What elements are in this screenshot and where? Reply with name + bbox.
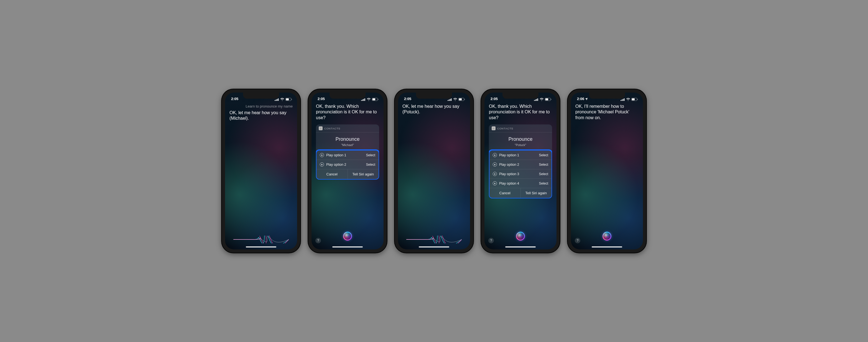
- home-indicator[interactable]: [246, 246, 276, 248]
- notch: [330, 93, 366, 99]
- contacts-app-icon: ☺: [492, 126, 496, 130]
- status-time: 2:06: [577, 97, 584, 101]
- highlighted-options: Play option 1SelectPlay option 2SelectPl…: [489, 149, 552, 198]
- wifi-icon: [626, 98, 630, 101]
- svg-rect-33: [632, 98, 634, 100]
- battery-icon: [631, 98, 638, 101]
- bottom-area: [398, 226, 470, 249]
- select-button[interactable]: Select: [539, 153, 548, 157]
- contacts-app-icon: ☺: [319, 126, 322, 130]
- svg-rect-13: [378, 99, 379, 100]
- screen: 2:06➤OK, I'll remember how to pronounce …: [571, 93, 643, 249]
- battery-icon: [285, 98, 292, 101]
- notch: [243, 93, 279, 99]
- svg-rect-10: [365, 98, 365, 101]
- svg-rect-2: [277, 99, 278, 101]
- pronunciation-option-row[interactable]: Play option 2Select: [489, 160, 552, 169]
- home-indicator[interactable]: [505, 246, 536, 248]
- location-arrow-icon: ➤: [585, 97, 589, 101]
- cancel-button[interactable]: Cancel: [316, 169, 348, 179]
- select-button[interactable]: Select: [539, 163, 548, 166]
- option-label: Play option 2: [326, 163, 364, 166]
- play-icon[interactable]: [493, 172, 497, 176]
- pronunciation-option-row[interactable]: Play option 3Select: [489, 169, 552, 179]
- battery-icon: [545, 98, 552, 101]
- siri-response-text: OK, thank you. Which pronunciation is it…: [316, 104, 379, 121]
- svg-rect-5: [286, 98, 289, 100]
- phone-frame: 2:05OK, thank you. Which pronunciation i…: [308, 89, 387, 253]
- pronunciation-option-row[interactable]: Play option 2Select: [316, 160, 379, 169]
- card-button-row: CancelTell Siri again: [489, 188, 552, 198]
- svg-rect-20: [464, 99, 465, 100]
- select-button[interactable]: Select: [366, 153, 375, 157]
- svg-rect-30: [623, 99, 624, 101]
- wifi-icon: [280, 98, 284, 101]
- home-indicator[interactable]: [419, 246, 449, 248]
- svg-rect-24: [537, 98, 538, 101]
- play-icon[interactable]: [493, 162, 497, 166]
- content-area: Learn to pronounce my nameOK, let me hea…: [225, 101, 297, 226]
- notch: [589, 93, 625, 99]
- svg-rect-27: [551, 99, 552, 100]
- svg-rect-3: [278, 98, 279, 101]
- help-button[interactable]: ?: [315, 238, 321, 243]
- status-time: 2:05: [231, 97, 238, 101]
- svg-rect-6: [291, 99, 292, 100]
- play-icon[interactable]: [320, 162, 324, 166]
- highlighted-options: Play option 1SelectPlay option 2SelectCa…: [316, 149, 379, 180]
- siri-orb-icon[interactable]: [516, 232, 525, 241]
- phone-frame: 2:05OK, let me hear how you say (Potuck)…: [395, 89, 473, 253]
- tell-siri-again-button[interactable]: Tell Siri again: [348, 169, 379, 179]
- tell-siri-again-button[interactable]: Tell Siri again: [521, 188, 552, 198]
- siri-orb-icon[interactable]: [343, 232, 352, 241]
- option-label: Play option 2: [499, 163, 537, 166]
- battery-icon: [458, 98, 465, 101]
- status-time: 2:05: [404, 97, 411, 101]
- wifi-icon: [453, 98, 457, 101]
- pronunciation-option-row[interactable]: Play option 1Select: [316, 151, 379, 160]
- phone-frame: 2:06➤OK, I'll remember how to pronounce …: [567, 89, 646, 253]
- home-indicator[interactable]: [332, 246, 363, 248]
- svg-rect-21: [534, 100, 535, 101]
- card-source-label: CONTACTS: [324, 127, 340, 130]
- cancel-button[interactable]: Cancel: [489, 188, 521, 198]
- status-time: 2:05: [491, 97, 498, 101]
- svg-rect-15: [449, 99, 450, 101]
- screen: 2:05OK, thank you. Which pronunciation i…: [311, 93, 383, 249]
- siri-orb-icon[interactable]: [602, 232, 611, 241]
- notch: [416, 93, 452, 99]
- bottom-area: ?: [485, 226, 557, 249]
- option-label: Play option 1: [326, 153, 364, 157]
- play-icon[interactable]: [320, 153, 324, 157]
- content-area: OK, thank you. Which pronunciation is it…: [311, 101, 383, 226]
- wifi-icon: [367, 98, 371, 101]
- svg-rect-12: [372, 98, 375, 100]
- contacts-card: ☺CONTACTSPronounce"Potuck"Play option 1S…: [489, 124, 552, 198]
- notch: [502, 93, 538, 99]
- pronunciation-option-row[interactable]: Play option 4Select: [489, 179, 552, 188]
- svg-rect-23: [536, 99, 537, 101]
- svg-rect-0: [275, 100, 276, 101]
- select-button[interactable]: Select: [539, 182, 548, 185]
- pronunciation-option-row[interactable]: Play option 1Select: [489, 151, 552, 160]
- svg-rect-8: [362, 99, 363, 101]
- help-button[interactable]: ?: [488, 238, 494, 243]
- status-time: 2:05: [318, 97, 325, 101]
- home-indicator[interactable]: [592, 246, 622, 248]
- select-button[interactable]: Select: [366, 163, 375, 166]
- help-button[interactable]: ?: [575, 238, 580, 243]
- play-icon[interactable]: [493, 181, 497, 185]
- siri-response-text: OK, let me hear how you say (Potuck).: [402, 104, 466, 115]
- screen: 2:05OK, let me hear how you say (Potuck)…: [398, 93, 470, 249]
- option-label: Play option 3: [499, 172, 537, 176]
- option-label: Play option 1: [499, 153, 537, 157]
- card-header: ☺CONTACTS: [489, 124, 552, 132]
- wifi-icon: [539, 98, 544, 101]
- content-area: OK, let me hear how you say (Potuck).: [398, 101, 470, 226]
- svg-rect-16: [450, 99, 451, 101]
- select-button[interactable]: Select: [539, 172, 548, 176]
- play-icon[interactable]: [493, 153, 497, 157]
- svg-rect-26: [546, 98, 548, 100]
- svg-rect-17: [451, 98, 452, 101]
- siri-response-text: OK, thank you. Which pronunciation is it…: [489, 104, 552, 121]
